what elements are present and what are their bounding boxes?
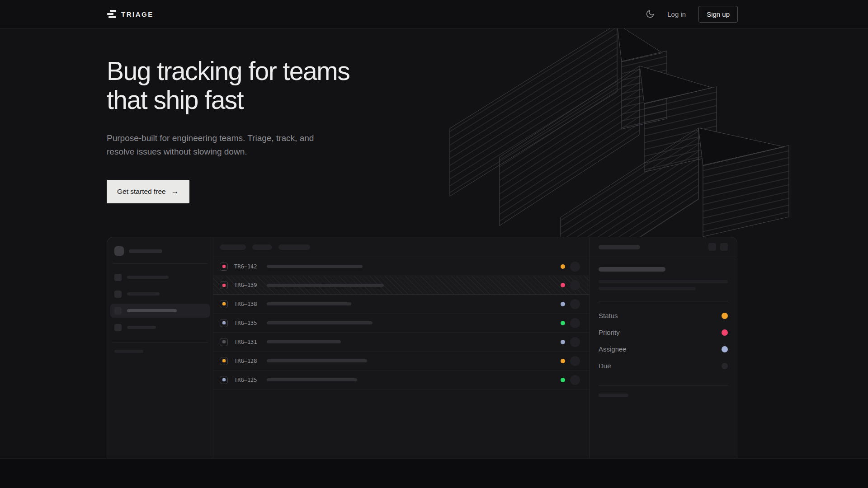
filter-pill-skeleton — [220, 244, 246, 250]
assignee-avatar — [570, 318, 580, 328]
divider — [113, 342, 208, 343]
property-value-dot — [722, 346, 728, 352]
get-started-button[interactable]: Get started free → — [107, 180, 189, 203]
assignee-avatar — [570, 299, 580, 309]
workspace-name-skeleton — [129, 249, 162, 253]
divider — [599, 301, 728, 301]
issue-id: TRG–131 — [234, 339, 264, 345]
issue-id: TRG–139 — [234, 282, 264, 288]
assignee-avatar — [570, 337, 580, 347]
status-dot — [561, 359, 565, 363]
status-dot — [561, 321, 565, 325]
signup-button[interactable]: Sign up — [698, 6, 738, 23]
issue-row[interactable]: TRG–139 — [213, 276, 589, 295]
issue-type-icon — [220, 338, 228, 346]
preview-sidebar — [107, 237, 213, 458]
status-dot — [561, 340, 565, 344]
hero-section: Bug tracking for teams that ship fast Pu… — [0, 28, 868, 458]
issue-type-icon — [220, 300, 228, 308]
issue-list-header — [213, 237, 589, 257]
issue-title-skeleton — [267, 321, 373, 324]
issue-title-skeleton — [267, 302, 351, 305]
assignee-avatar — [570, 262, 580, 272]
issue-title-skeleton — [267, 359, 367, 362]
issue-title-skeleton — [267, 378, 357, 381]
property-row[interactable]: Due — [599, 357, 728, 374]
triage-logo-icon — [107, 10, 116, 18]
detail-action-button[interactable] — [720, 243, 728, 251]
divider — [599, 385, 728, 385]
brand[interactable]: TRIAGE — [107, 10, 154, 18]
issue-list: TRG–142TRG–139TRG–138TRG–135TRG–131TRG–1… — [213, 237, 590, 458]
property-row[interactable]: Status — [599, 307, 728, 324]
issue-title-skeleton — [267, 265, 363, 268]
get-started-label: Get started free — [117, 188, 166, 196]
status-dot — [561, 264, 565, 269]
divider — [113, 263, 208, 264]
sidebar-nav-item[interactable] — [110, 320, 210, 334]
issue-type-icon — [220, 357, 228, 365]
hero-title: Bug tracking for teams that ship fast — [107, 56, 349, 114]
sidebar-item-label-skeleton — [127, 326, 156, 329]
sidebar-section-label-skeleton — [114, 350, 143, 353]
issue-type-icon — [220, 263, 228, 271]
issue-title-skeleton — [267, 340, 341, 343]
sidebar-nav-item[interactable] — [110, 287, 210, 301]
moon-icon — [646, 9, 655, 19]
property-value-dot — [722, 313, 728, 319]
workspace-avatar — [114, 246, 124, 256]
issue-row[interactable]: TRG–131 — [213, 333, 589, 352]
property-label: Assignee — [599, 345, 627, 353]
issue-row[interactable]: TRG–138 — [213, 295, 589, 314]
status-dot — [561, 378, 565, 382]
property-row[interactable]: Assignee — [599, 341, 728, 357]
issue-id: TRG–142 — [234, 263, 264, 270]
property-value-dot — [722, 329, 728, 336]
filter-pill-skeleton — [278, 244, 310, 250]
property-label: Priority — [599, 328, 620, 336]
app-preview-window: TRG–142TRG–139TRG–138TRG–135TRG–131TRG–1… — [107, 237, 737, 458]
sidebar-item-label-skeleton — [127, 292, 160, 296]
issue-type-icon — [220, 319, 228, 327]
issue-id: TRG–125 — [234, 377, 264, 383]
sidebar-item-icon — [114, 274, 122, 281]
sidebar-item-label-skeleton — [127, 276, 169, 279]
wireframe-decoration — [439, 28, 814, 267]
sidebar-item-icon — [114, 324, 122, 331]
issue-description-skeleton — [599, 280, 728, 283]
activity-section-label-skeleton — [599, 394, 628, 397]
theme-toggle-button[interactable] — [646, 9, 655, 19]
issue-detail-panel: StatusPriorityAssigneeDue — [590, 237, 737, 458]
property-row[interactable]: Priority — [599, 324, 728, 341]
workspace-switcher[interactable] — [114, 246, 206, 256]
sidebar-item-icon — [114, 291, 122, 298]
issue-id: TRG–128 — [234, 358, 264, 364]
issue-title-skeleton — [599, 267, 665, 272]
arrow-right-icon: → — [171, 187, 179, 196]
detail-action-button[interactable] — [708, 243, 716, 251]
property-label: Status — [599, 312, 618, 319]
assignee-avatar — [570, 356, 580, 366]
issue-row[interactable]: TRG–135 — [213, 314, 589, 333]
sidebar-nav-item[interactable] — [110, 304, 210, 318]
issue-row[interactable]: TRG–128 — [213, 352, 589, 371]
issue-description-skeleton — [599, 287, 696, 290]
property-value-dot — [722, 363, 728, 369]
issue-title-skeleton — [267, 284, 384, 287]
filter-pill-skeleton — [252, 244, 272, 250]
issue-row[interactable]: TRG–125 — [213, 371, 589, 389]
login-link[interactable]: Log in — [667, 10, 686, 18]
status-dot — [561, 283, 565, 287]
issue-row[interactable]: TRG–142 — [213, 257, 589, 276]
property-label: Due — [599, 362, 611, 370]
issue-id: TRG–135 — [234, 320, 264, 326]
detail-header-skeleton — [599, 245, 640, 249]
issue-type-icon — [220, 376, 228, 384]
sidebar-nav-item[interactable] — [110, 270, 210, 284]
sidebar-item-label-skeleton — [127, 309, 177, 312]
top-nav: TRIAGE Log in Sign up — [0, 0, 868, 28]
sidebar-item-icon — [114, 307, 122, 314]
hero-subtitle: Purpose-built for engineering teams. Tri… — [107, 131, 314, 159]
brand-name: TRIAGE — [121, 10, 154, 18]
footer-band — [0, 458, 868, 488]
